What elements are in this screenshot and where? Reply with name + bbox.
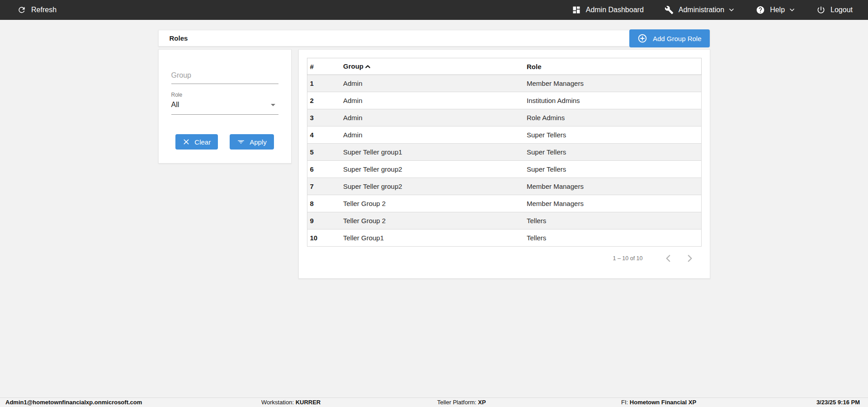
row-number-cell: 4 [307,126,340,144]
column-header-group[interactable]: Group [340,58,524,75]
row-role-cell: Member Managers [524,195,701,212]
dashboard-icon [572,5,581,14]
row-role-cell: Member Managers [524,75,701,92]
row-group-cell: Super Teller group2 [340,178,524,195]
chevron-left-icon[interactable] [663,253,675,264]
row-group-cell: Admin [340,75,524,92]
row-number-cell: 7 [307,178,340,195]
topbar: Refresh Admin Dashboard Administration H… [0,0,868,20]
financial-institution-status: FI: Hometown Financial XP [621,398,696,407]
row-number-cell: 2 [307,92,340,109]
roles-table-card: # Group Role 1 Admin Member Managers [298,49,710,279]
admin-dashboard-button[interactable]: Admin Dashboard [572,5,644,14]
table-row[interactable]: 6 Super Teller group2 Super Tellers [307,161,701,178]
row-role-cell: Role Admins [524,109,701,126]
chevron-down-icon [728,6,735,14]
help-circle-icon [756,5,765,14]
row-group-cell: Teller Group1 [340,229,524,247]
row-number-cell: 9 [307,212,340,229]
role-filter-label: Role [171,92,278,98]
refresh-label: Refresh [31,6,57,14]
page-title: Roles [159,30,710,46]
pagination-range: 1 – 10 of 10 [613,255,642,262]
table-row[interactable]: 1 Admin Member Managers [307,75,701,92]
table-row[interactable]: 7 Super Teller group2 Member Managers [307,178,701,195]
row-role-cell: Tellers [524,229,701,247]
logged-in-user: Admin1@hometownfinancialxp.onmicrosoft.c… [5,398,142,407]
row-group-cell: Admin [340,109,524,126]
row-number-cell: 5 [307,144,340,161]
content: Roles Add Group Role Role All [158,30,710,279]
page-header: Roles Add Group Role [158,30,710,47]
help-menu[interactable]: Help [756,5,796,14]
chevron-right-icon[interactable] [684,253,695,264]
row-group-cell: Teller Group 2 [340,212,524,229]
clear-label: Clear [194,138,211,146]
row-role-cell: Institution Admins [524,92,701,109]
role-filter-select[interactable]: All [171,98,278,115]
row-number-cell: 6 [307,161,340,178]
logout-button[interactable]: Logout [816,5,853,14]
row-role-cell: Super Tellers [524,144,701,161]
column-header-role[interactable]: Role [524,58,701,75]
row-role-cell: Member Managers [524,178,701,195]
datetime-status: 3/23/25 9:16 PM [816,398,860,407]
row-number-cell: 10 [307,229,340,247]
chevron-down-icon [788,6,796,14]
row-group-cell: Super Teller group1 [340,144,524,161]
apply-button[interactable]: Apply [230,134,274,150]
refresh-button[interactable]: Refresh [17,5,57,14]
row-role-cell: Tellers [524,212,701,229]
logout-label: Logout [830,6,853,14]
table-row[interactable]: 3 Admin Role Admins [307,109,701,126]
power-icon [816,5,826,14]
column-header-number[interactable]: # [307,58,340,75]
pagination: 1 – 10 of 10 [307,247,702,270]
apply-label: Apply [250,138,267,146]
caret-down-icon [268,99,278,110]
table-row[interactable]: 5 Super Teller group1 Super Tellers [307,144,701,161]
table-row[interactable]: 4 Admin Super Tellers [307,126,701,144]
table-row[interactable]: 10 Teller Group1 Tellers [307,229,701,247]
group-filter-input[interactable] [171,69,278,84]
status-bar: Admin1@hometownfinancialxp.onmicrosoft.c… [0,398,868,407]
admin-dashboard-label: Admin Dashboard [586,6,644,14]
administration-label: Administration [679,6,724,14]
add-group-role-label: Add Group Role [653,35,702,42]
row-group-cell: Admin [340,126,524,144]
table-row[interactable]: 9 Teller Group 2 Tellers [307,212,701,229]
table-row[interactable]: 2 Admin Institution Admins [307,92,701,109]
chevron-up-icon [364,63,372,70]
add-group-role-button[interactable]: Add Group Role [629,29,710,47]
wrench-icon [665,5,674,14]
help-label: Help [770,6,785,14]
filter-panel: Role All Clear Apply [158,49,292,164]
plus-circle-icon [637,33,647,43]
row-number-cell: 3 [307,109,340,126]
row-group-cell: Teller Group 2 [340,195,524,212]
table-row[interactable]: 8 Teller Group 2 Member Managers [307,195,701,212]
row-group-cell: Super Teller group2 [340,161,524,178]
row-number-cell: 1 [307,75,340,92]
workstation-status: Workstation: KURRER [261,398,321,407]
role-filter-value: All [171,101,179,109]
administration-menu[interactable]: Administration [665,5,735,14]
roles-table: # Group Role 1 Admin Member Managers [307,58,702,247]
x-icon [183,138,190,145]
teller-platform-status: Teller Platform: XP [437,398,486,407]
row-role-cell: Super Tellers [524,126,701,144]
table-header-row: # Group Role [307,58,701,75]
row-group-cell: Admin [340,92,524,109]
filter-icon [237,138,245,146]
clear-button[interactable]: Clear [175,134,218,150]
refresh-icon [17,5,26,14]
row-role-cell: Super Tellers [524,161,701,178]
row-number-cell: 8 [307,195,340,212]
